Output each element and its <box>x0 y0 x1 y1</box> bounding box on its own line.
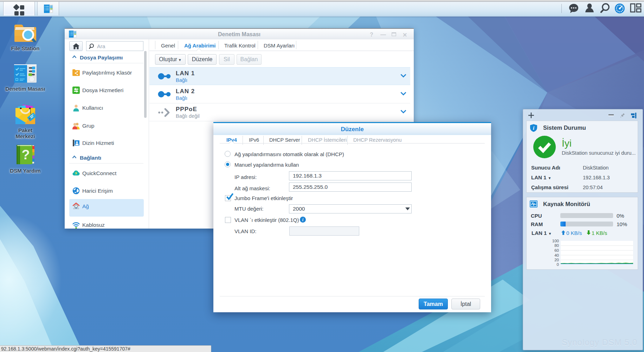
svg-text:?: ? <box>21 147 30 162</box>
